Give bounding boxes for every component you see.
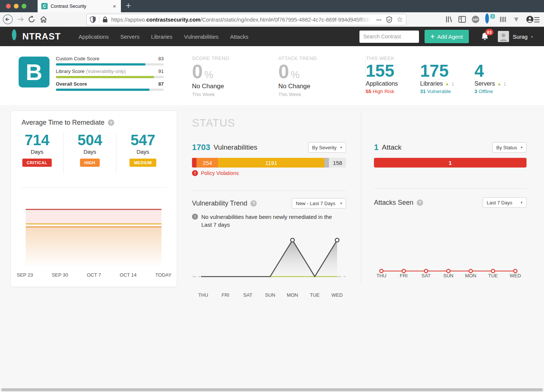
high-badge: HIGH bbox=[80, 159, 100, 167]
trend-range-dropdown[interactable]: New - Last 7 Days ▾ bbox=[292, 198, 346, 208]
browser-tab-bar: C Contrast Security × + bbox=[0, 0, 544, 12]
avg-time-to-remediate-card: Average Time to Remediate ? 714 Days CRI… bbox=[10, 111, 177, 287]
tally-extension-icon[interactable] bbox=[499, 16, 507, 23]
attack-status-bar[interactable]: 1 bbox=[374, 158, 527, 168]
attacks-range-dropdown-label: Last 7 Days bbox=[487, 200, 512, 205]
sidebar-icon[interactable] bbox=[458, 16, 466, 23]
card-divider bbox=[21, 187, 167, 188]
attack-label: Attack bbox=[382, 143, 401, 152]
trend-info-message: No vulnerabilities have been newly remed… bbox=[201, 213, 343, 229]
offline-label[interactable]: Offline bbox=[479, 89, 493, 94]
horizontal-scrollbar[interactable] bbox=[1, 388, 543, 391]
tracking-protection-shield-icon[interactable] bbox=[90, 16, 96, 23]
blue-extension-icon[interactable]: 1 bbox=[485, 15, 493, 23]
day-tick: THU bbox=[377, 273, 387, 278]
by-severity-dropdown[interactable]: By Severity ▾ bbox=[308, 142, 346, 153]
nav-item-applications[interactable]: Applications bbox=[79, 34, 109, 40]
attack-trend-title: ATTACK TREND bbox=[278, 55, 353, 61]
this-week-block: THIS WEEK 155 Applications 55 High Risk … bbox=[365, 55, 533, 94]
low-segment[interactable] bbox=[324, 158, 329, 168]
reload-button[interactable] bbox=[26, 14, 37, 25]
url-fade bbox=[358, 17, 375, 23]
forward-button[interactable] bbox=[15, 14, 26, 25]
servers-stat: 4 Servers▲1 3 Offline bbox=[474, 62, 529, 94]
policy-violations-label[interactable]: Policy Violations bbox=[201, 170, 239, 176]
medium-badge: MEDIUM bbox=[129, 159, 156, 167]
applications-count[interactable]: 155 bbox=[366, 62, 420, 80]
tab-close-icon[interactable]: × bbox=[112, 3, 117, 9]
back-button[interactable] bbox=[2, 14, 13, 25]
section-divider bbox=[192, 190, 346, 191]
policy-violations[interactable]: ! Policy Violations bbox=[192, 170, 239, 176]
contrast-logo-icon bbox=[12, 32, 22, 42]
score-trend-unit: % bbox=[204, 69, 213, 80]
avatar[interactable] bbox=[498, 31, 509, 42]
url-bar[interactable]: https://apptwo.contrastsecurity.com/Cont… bbox=[86, 14, 406, 25]
chevron-down-icon: ▾ bbox=[521, 201, 522, 204]
contrast-logo[interactable]: NTRAST bbox=[12, 31, 61, 42]
home-button[interactable] bbox=[38, 14, 49, 25]
library-score-label: Library Score bbox=[56, 68, 84, 74]
attacks-range-dropdown[interactable]: Last 7 Days ▾ bbox=[483, 197, 527, 208]
nav-item-libraries[interactable]: Libraries bbox=[151, 34, 173, 40]
status-heading: STATUS bbox=[192, 117, 235, 129]
adblock-plus-icon[interactable]: ABP bbox=[472, 16, 479, 23]
by-status-dropdown-label: By Status bbox=[496, 145, 517, 150]
overall-score-label: Overall Score bbox=[56, 81, 87, 87]
contrast-favicon-icon: C bbox=[41, 3, 48, 9]
vulnerable-count: 31 bbox=[420, 89, 426, 94]
attacks-seen-help-icon[interactable]: ? bbox=[417, 200, 423, 206]
remediate-trend-chart bbox=[26, 209, 161, 268]
page-actions-icon[interactable]: ••• bbox=[376, 17, 382, 22]
bookmark-star-icon[interactable]: ☆ bbox=[397, 16, 403, 23]
menu-icon[interactable]: ☰ bbox=[534, 16, 540, 24]
high-segment[interactable]: 254 bbox=[196, 158, 218, 168]
day-tick: MON bbox=[465, 273, 476, 278]
username[interactable]: Surag bbox=[513, 34, 528, 40]
day-tick: MON bbox=[287, 292, 298, 298]
url-text[interactable]: https://apptwo.contrastsecurity.com/Cont… bbox=[111, 17, 375, 23]
vulnerable-label[interactable]: Vulnerable bbox=[427, 89, 451, 94]
zoom-window-button[interactable] bbox=[22, 4, 26, 9]
attacks-seen-title: Attacks Seen bbox=[374, 199, 413, 207]
library-icon[interactable] bbox=[445, 16, 452, 23]
medium-segment[interactable]: 1191 bbox=[218, 158, 324, 168]
user-menu-caret-icon[interactable]: ▾ bbox=[531, 35, 533, 39]
nav-item-attacks[interactable]: Attacks bbox=[230, 34, 248, 40]
v-extension-icon[interactable]: ▼ bbox=[513, 15, 520, 23]
lock-icon[interactable] bbox=[102, 16, 108, 23]
medium-line bbox=[26, 223, 161, 224]
high-risk-count: 55 bbox=[366, 89, 371, 94]
attack-count[interactable]: 1 bbox=[374, 143, 378, 152]
vulnerability-trend-chart bbox=[192, 235, 346, 283]
vulnerabilities-count[interactable]: 1703 bbox=[192, 143, 210, 152]
macos-window-controls[interactable] bbox=[6, 4, 26, 9]
new-tab-button[interactable]: + bbox=[126, 0, 131, 11]
nav-item-vulnerabilities[interactable]: Vulnerabilities bbox=[184, 34, 218, 40]
shield-check-icon[interactable] bbox=[386, 16, 392, 23]
libraries-count[interactable]: 175 bbox=[420, 62, 474, 80]
by-status-dropdown[interactable]: By Status ▾ bbox=[492, 142, 527, 153]
nav-item-servers[interactable]: Servers bbox=[120, 34, 140, 40]
add-agent-button[interactable]: + Add Agent bbox=[425, 30, 469, 43]
tab-title: Contrast Security bbox=[51, 4, 112, 9]
note-segment[interactable]: 158 bbox=[329, 158, 346, 168]
minimize-window-button[interactable] bbox=[14, 4, 19, 9]
account-icon[interactable] bbox=[526, 15, 534, 23]
chevron-down-icon: ▾ bbox=[340, 146, 342, 149]
browser-tab[interactable]: C Contrast Security × bbox=[37, 0, 121, 12]
search-input[interactable] bbox=[359, 31, 419, 43]
notifications-button[interactable]: 83 bbox=[481, 32, 489, 41]
close-window-button[interactable] bbox=[6, 4, 11, 9]
critical-days-value: 714 bbox=[11, 133, 63, 147]
url-scheme: https://apptwo. bbox=[111, 17, 146, 23]
day-tick: SAT bbox=[243, 292, 252, 298]
servers-count[interactable]: 4 bbox=[474, 62, 529, 80]
vulnerability-trend-help-icon[interactable]: ? bbox=[250, 200, 257, 207]
remediate-help-icon[interactable]: ? bbox=[108, 119, 114, 126]
critical-segment[interactable] bbox=[192, 158, 196, 168]
high-risk-label[interactable]: High Risk bbox=[373, 89, 394, 94]
libraries-stat: 175 Libraries▲1 31 Vulnerable bbox=[420, 62, 474, 94]
custom-code-score-value: 83 bbox=[159, 56, 164, 61]
attack-trend-block: ATTACK TREND 0% No Change This Week bbox=[278, 55, 353, 97]
